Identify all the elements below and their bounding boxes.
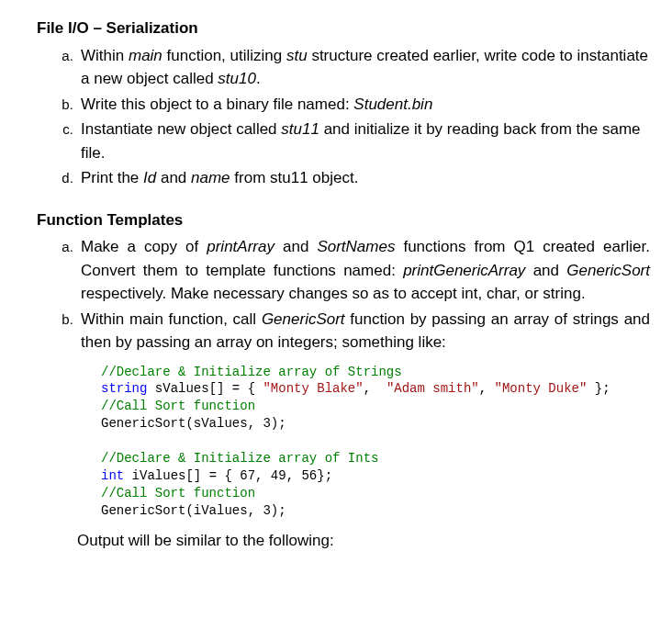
italic-text: Student.bin [353,96,432,113]
code-keyword: string [101,381,147,396]
text: Write this object to a binary file named… [81,96,353,113]
text: and [156,169,191,186]
code-text: GenericSort(iValues, 3); [101,503,286,518]
italic-text: SortNames [317,238,395,255]
code-comment: //Call Sort function [101,486,255,500]
text: Within [81,47,129,64]
text: and [274,238,317,255]
section-heading-fileio: File I/O – Serialization [37,17,650,40]
text: Instantiate new object called [81,120,281,138]
text: from stu11 object. [230,169,359,186]
italic-text: printGenericArray [403,262,525,279]
code-comment: //Call Sort function [101,399,255,413]
italic-text: stu10 [218,70,256,87]
text: respectively. Make necessary changes so … [81,285,586,302]
italic-text: GenericSort [262,310,345,328]
text: Make a copy of [81,238,207,255]
italic-text: stu [286,47,308,64]
list-item: Print the Id and name from stu11 object. [77,166,650,190]
italic-text: printArray [207,238,274,255]
code-text: sValues[] = { [147,381,263,396]
list-item: Instantiate new object called stu11 and … [77,118,650,164]
list-item: Make a copy of printArray and SortNames … [77,235,650,306]
code-text: GenericSort(sValues, 3); [101,416,286,431]
italic-text: main [129,47,162,64]
list-item: Write this object to a binary file named… [77,93,650,117]
list-item: Within main function, call GenericSort f… [77,308,650,354]
text: Within main function, call [81,310,262,328]
italic-text: name [191,169,230,186]
code-keyword: int [101,468,124,483]
italic-text: Id [143,169,156,186]
italic-text: GenericSort [566,262,650,279]
list-templates: Make a copy of printArray and SortNames … [37,235,650,354]
list-fileio: Within main function, utilizing stu stru… [37,44,650,190]
code-text: , [479,381,495,396]
italic-text: stu11 [281,120,319,138]
code-block: //Declare & Initialize array of Strings … [101,364,650,520]
text: Print the [81,169,143,186]
code-string: "Adam smith" [386,381,479,396]
text: . [256,70,261,87]
output-caption: Output will be similar to the following: [77,529,650,553]
code-string: "Monty Blake" [263,381,363,396]
code-text: , [364,381,386,396]
list-item: Within main function, utilizing stu stru… [77,44,650,91]
text: and [525,262,566,279]
code-string: "Monty Duke" [495,381,588,396]
code-comment: //Declare & Initialize array of Ints [101,451,378,466]
section-heading-templates: Function Templates [37,208,650,232]
code-text: iValues[] = { 67, 49, 56}; [124,468,332,483]
code-text: }; [587,381,610,396]
text: function, utilizing [162,47,286,64]
code-comment: //Declare & Initialize array of Strings [101,365,402,379]
